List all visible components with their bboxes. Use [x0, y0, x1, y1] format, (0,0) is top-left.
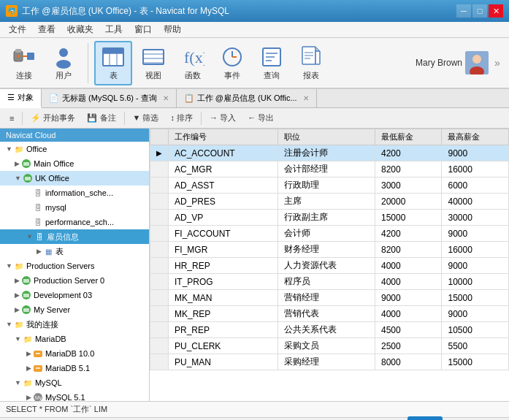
col-job-id[interactable]: 工作编号 [169, 129, 278, 145]
row-marker [150, 242, 169, 258]
tree-prod-server-0[interactable]: ▶ Production Server 0 [0, 273, 149, 288]
table-row[interactable]: FI_MGR财务经理820016000 [150, 242, 509, 258]
table-row[interactable]: FI_ACCOUNT会计师42009000 [150, 226, 509, 242]
tree-tables-folder[interactable]: ▶ ▦ 表 [0, 244, 149, 259]
mariadb-arrow: ▼ [15, 335, 21, 343]
tree-main-office[interactable]: ▶ Main Office [0, 156, 149, 171]
toolbar-event[interactable]: 事件 [214, 42, 250, 85]
tree-mysql-51[interactable]: ▶ My MySQL 5.1 [0, 390, 149, 401]
table-cell: 营销经理 [278, 290, 375, 306]
sql-bar: SELECT * FROM `工作` LIM [0, 401, 509, 417]
svg-point-6 [56, 60, 71, 69]
svg-rect-34 [23, 162, 29, 166]
expand-icon[interactable]: » [491, 51, 503, 75]
col-min-salary[interactable]: 最低薪金 [375, 129, 442, 145]
minimize-button[interactable]: ─ [456, 4, 471, 18]
table-row[interactable]: MK_MAN营销经理900015000 [150, 290, 509, 306]
tab-table[interactable]: 📋 工作 @雇员信息 (UK Offic... ✕ [177, 89, 317, 108]
begin-transaction-btn[interactable]: ⚡ 开始事务 [26, 110, 80, 126]
toolbar-table[interactable]: 表 [94, 41, 132, 85]
table-row[interactable]: MK_REP营销代表40009000 [150, 306, 509, 322]
tab-objects[interactable]: ☰ 对象 [0, 89, 42, 108]
s-sep-3 [201, 112, 202, 125]
maximize-button[interactable]: □ [472, 4, 487, 18]
table-cell: 4200 [375, 145, 442, 161]
table-row[interactable]: PR_REP公共关系代表450010500 [150, 322, 509, 338]
backup-btn[interactable]: 💾 备注 [82, 110, 120, 126]
toolbar-connect[interactable]: 连接 [6, 42, 42, 85]
my-conn-arrow: ▼ [6, 321, 12, 328]
import-btn[interactable]: → 导入 [204, 110, 241, 126]
menu-tools[interactable]: 工具 [99, 22, 129, 37]
close-button[interactable]: ✕ [489, 4, 503, 18]
row-marker [150, 322, 169, 338]
tab-query[interactable]: 📄 无标题 (MySQL 5.6) - 查询 ✕ [42, 89, 177, 108]
toolbar-func[interactable]: f(x) 函数 [175, 42, 211, 85]
table-row[interactable]: AD_PRES主席2000040000 [150, 194, 509, 210]
tree-production-servers[interactable]: ▼ 📁 Production Servers [0, 259, 149, 273]
data-table: 工作编号 职位 最低薪金 最高薪金 ▶AC_ACCOUNT注册会计师420090… [150, 129, 509, 370]
table-row[interactable]: PU_CLERK采购文员25005500 [150, 338, 509, 354]
tree-office[interactable]: ▼ 📁 Office [0, 142, 149, 156]
tree-my-connections[interactable]: ▼ 📁 我的连接 [0, 317, 149, 332]
tree-mariadb-100[interactable]: ▶ MariaDB 10.0 [0, 346, 149, 361]
tree-mysql-group[interactable]: ▼ 📁 MySQL [0, 375, 149, 390]
table-cell: 程序员 [278, 274, 375, 290]
tree-info-schema[interactable]: ▶ 🗄 information_sche... [0, 186, 149, 200]
export-btn[interactable]: ← 导出 [242, 110, 279, 126]
tab-query-label: 无标题 (MySQL 5.6) - 查询 [62, 93, 157, 104]
tree-info-schema-label: information_sche... [45, 188, 113, 197]
menu-window[interactable]: 窗口 [129, 22, 158, 37]
toolbar-view[interactable]: 视图 [135, 42, 172, 85]
tree-mysql-group-label: MySQL [35, 378, 62, 387]
menu-file[interactable]: 文件 [3, 22, 32, 37]
row-marker [150, 290, 169, 306]
toolbar-sep-1 [88, 43, 88, 83]
table-row[interactable]: AD_VP行政副主席1500030000 [150, 210, 509, 226]
tree-my-server[interactable]: ▶ My Server [0, 302, 149, 317]
sort-btn[interactable]: ↕ 排序 [166, 110, 199, 126]
tree-employee-info-label: 雇员信息 [47, 232, 79, 243]
tree-perf-schema[interactable]: ▶ 🗄 performance_sch... [0, 215, 149, 229]
tree-dev-03[interactable]: ▶ Development 03 [0, 288, 149, 302]
table-icon [102, 45, 125, 69]
tree-mariadb-label: MariaDB [35, 335, 66, 343]
tree-employee-info[interactable]: ▼ 🗄 雇员信息 [0, 229, 149, 244]
func-icon: f(x) [181, 45, 204, 69]
svg-rect-26 [315, 51, 320, 64]
toolbar-user[interactable]: 用户 [45, 42, 82, 85]
table-row[interactable]: ▶AC_ACCOUNT注册会计师42009000 [150, 145, 509, 161]
tab-table-close[interactable]: ✕ [303, 94, 309, 102]
menu-view[interactable]: 查看 [32, 22, 61, 37]
col-job-title[interactable]: 职位 [278, 129, 375, 145]
svg-rect-38 [23, 279, 29, 283]
table-cell: 3000 [375, 177, 442, 194]
table-row[interactable]: PU_MAN采购经理800015000 [150, 354, 509, 370]
tree-uk-office[interactable]: ▼ UK Office [0, 171, 149, 186]
toolbar-report[interactable]: 报表 [293, 42, 329, 85]
status-bar: |◀ ◀ ▶ ▶| + ✕ 第 1 条记录 (共 19 好特网 好特网 haot… [0, 417, 509, 420]
filter-btn[interactable]: ▼ 筛选 [128, 110, 164, 126]
menu-help[interactable]: 帮助 [158, 22, 187, 37]
table-row[interactable]: AD_ASST行政助理30006000 [150, 177, 509, 194]
table-cell: 16000 [442, 242, 509, 258]
tree-mariadb-51[interactable]: ▶ MariaDB 5.1 [0, 361, 149, 375]
menu-favorites[interactable]: 收藏夹 [61, 22, 99, 37]
tree-mariadb[interactable]: ▼ 📁 MariaDB [0, 332, 149, 346]
table-cell: 15000 [442, 354, 509, 370]
tree-perf-schema-label: performance_sch... [45, 218, 114, 226]
col-max-salary[interactable]: 最高薪金 [442, 129, 509, 145]
tab-query-close[interactable]: ✕ [163, 94, 169, 102]
toolbar: 连接 用户 表 [0, 38, 509, 89]
menu-btn[interactable]: ≡ [4, 112, 19, 125]
toolbar-query[interactable]: 查询 [253, 42, 290, 85]
table-row[interactable]: IT_PROG程序员400010000 [150, 274, 509, 290]
s-sep-2 [124, 112, 125, 125]
view-icon [142, 45, 165, 69]
mariadb51-icon [33, 363, 43, 373]
tree-mysql[interactable]: ▶ 🗄 mysql [0, 200, 149, 215]
mariadb100-arrow: ▶ [26, 350, 31, 357]
mysql-arrow: ▶ [26, 204, 31, 211]
table-row[interactable]: HR_REP人力资源代表40009000 [150, 258, 509, 274]
table-row[interactable]: AC_MGR会计部经理820016000 [150, 161, 509, 177]
